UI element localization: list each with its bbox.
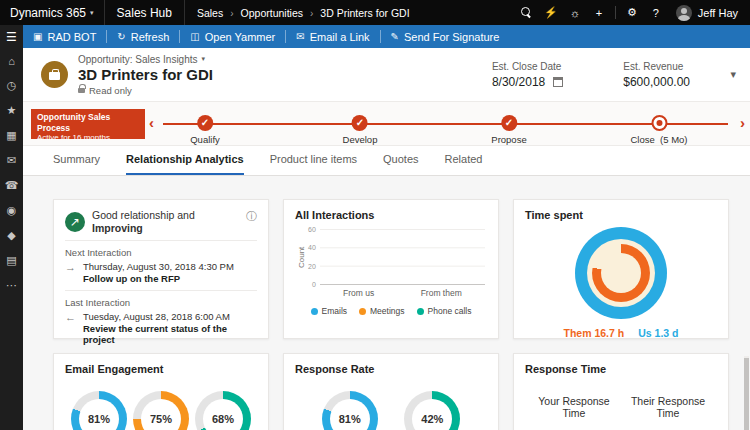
ellipsis-icon: ⋯ [6, 279, 17, 292]
hub-title[interactable]: Sales Hub [104, 0, 185, 25]
assistant-button[interactable]: ⚡ [539, 0, 563, 25]
opportunity-entity-icon [41, 61, 68, 88]
donut-hole [601, 253, 641, 293]
hamburger-icon: ☰ [6, 30, 17, 44]
user-avatar [676, 5, 692, 21]
tab-product-line-items[interactable]: Product line items [270, 153, 357, 175]
process-scroll-left-chevron[interactable]: ‹ [149, 113, 154, 133]
command-open-yammer[interactable]: ◫ Open Yammer [180, 25, 285, 48]
response-rate-donuts: 81%42% [295, 391, 487, 430]
analytics-cards-grid: ↗ Good relationship and Improving ⓘ Next… [53, 199, 729, 430]
user-menu[interactable]: Jeff Hay [668, 5, 746, 21]
donut-68-percent: 68% [195, 391, 251, 430]
command-label: Email a Link [310, 31, 370, 43]
readonly-label: Read only [89, 85, 132, 96]
hamburger-menu-button[interactable]: ☰ [0, 25, 23, 48]
left-navigation-rail: ☰ ⌂ ◷ ★ ▦ ✉ ☎ ◉ ◆ ▤ ⋯ [0, 25, 23, 430]
tab-related[interactable]: Related [445, 153, 483, 175]
next-interaction-details: Thursday, August 30, 2018 4:30 PM Follow… [83, 261, 234, 284]
trend-up-icon: ↗ [65, 212, 85, 232]
clock-icon: ◷ [7, 79, 17, 92]
sidebar-item-quotes[interactable]: ▤ [0, 248, 23, 273]
process-scroll-right-chevron[interactable]: › [740, 113, 745, 133]
info-icon[interactable]: ⓘ [246, 209, 257, 224]
breadcrumb-record[interactable]: 3D Printers for GDI [310, 7, 410, 19]
next-interaction-item[interactable]: → Thursday, August 30, 2018 4:30 PM Foll… [65, 261, 257, 284]
breadcrumb-area[interactable]: Sales [197, 7, 223, 19]
command-refresh[interactable]: ↻ Refresh [107, 25, 179, 48]
est-revenue-value[interactable]: $600,000.00 [623, 75, 690, 89]
arrow-left-icon: ← [65, 311, 76, 324]
ideas-button[interactable]: ☼ [563, 0, 587, 25]
donut-value-label: 68% [212, 413, 234, 425]
stage-label: Develop [343, 134, 378, 145]
stage-qualify[interactable]: ✓ Qualify [190, 115, 220, 145]
user-name: Jeff Hay [698, 7, 738, 19]
sidebar-item-recent[interactable]: ◷ [0, 73, 23, 98]
stat-label: Your Response Time [527, 395, 621, 419]
next-interaction-subject: Follow up on the RFP [83, 273, 234, 284]
expand-header-chevron[interactable]: ▾ [730, 68, 736, 81]
stage-complete-check-icon: ✓ [501, 115, 517, 131]
card-title: Response Rate [295, 363, 487, 375]
time-spent-card: Time spent Them 16.7 h Us 1.3 d [513, 199, 729, 339]
search-button[interactable] [515, 0, 539, 25]
sidebar-item-home[interactable]: ⌂ [0, 48, 23, 73]
entity-label: Opportunity: Sales Insights [78, 54, 198, 65]
app-switcher[interactable]: Dynamics 365 ▾ [0, 6, 104, 20]
breadcrumb: Sales Opportunities 3D Printers for GDI [185, 7, 422, 19]
process-badge[interactable]: Opportunity Sales Process Active for 16 … [31, 109, 145, 139]
scrollbar-thumb[interactable] [744, 358, 749, 430]
diamond-icon: ◆ [7, 229, 15, 242]
donut-value-label: 75% [150, 413, 172, 425]
donut-hole: 81% [79, 399, 119, 430]
sidebar-item-opportunities[interactable]: ◆ [0, 223, 23, 248]
legend-label: Phone calls [428, 306, 472, 316]
x-axis-labels: From usFrom them [320, 288, 485, 298]
form-selector[interactable]: Opportunity: Sales Insights ▾ [78, 54, 213, 65]
command-rad-bot[interactable]: ▣ RAD BOT [23, 25, 106, 48]
phone-calls-legend-dot [417, 308, 424, 315]
est-close-date-value[interactable]: 8/30/2018 [492, 75, 563, 89]
form-tabs: Summary Relationship Analytics Product l… [23, 146, 750, 176]
gear-icon: ⚙ [627, 6, 637, 19]
lightbulb-icon: ☼ [570, 7, 580, 19]
help-button[interactable]: ? [644, 0, 668, 25]
all-interactions-card: All Interactions Count 6040200 From usFr… [283, 199, 499, 339]
response-rate-card: Response Rate 81%42% [283, 353, 499, 430]
tab-relationship-analytics[interactable]: Relationship Analytics [126, 153, 244, 175]
last-interaction-details: Tuesday, August 28, 2018 6:00 AM Review … [83, 311, 257, 345]
chevron-down-icon: ▾ [90, 9, 94, 17]
search-icon [521, 7, 532, 18]
command-send-for-signature[interactable]: ✎ Send For Signature [381, 25, 510, 48]
email-engagement-donuts: 81%75%68% [65, 391, 257, 430]
sidebar-item-dashboards[interactable]: ▦ [0, 123, 23, 148]
sidebar-item-accounts[interactable]: ☎ [0, 173, 23, 198]
command-bar: ▣ RAD BOT ↻ Refresh ◫ Open Yammer ✉ Emai… [23, 25, 750, 48]
stage-close[interactable]: Close (5 Mo) [630, 115, 687, 145]
meetings-legend-dot [359, 308, 366, 315]
tab-summary[interactable]: Summary [53, 153, 100, 175]
help-icon: ? [653, 7, 659, 19]
stage-develop[interactable]: ✓ Develop [343, 115, 378, 145]
header-fields: Est. Close Date 8/30/2018 Est. Revenue $… [492, 61, 736, 89]
vertical-scrollbar[interactable] [744, 356, 749, 428]
settings-button[interactable]: ⚙ [620, 0, 644, 25]
command-email-a-link[interactable]: ✉ Email a Link [286, 25, 379, 48]
field-value-text: $600,000.00 [623, 75, 690, 89]
quick-create-button[interactable]: + [587, 0, 611, 25]
stage-label: Qualify [190, 134, 220, 145]
stage-label: Propose [491, 134, 526, 145]
sidebar-item-activities[interactable]: ✉ [0, 148, 23, 173]
sidebar-item-pinned[interactable]: ★ [0, 98, 23, 123]
relationship-analytics-content: ↗ Good relationship and Improving ⓘ Next… [23, 177, 750, 430]
business-process-flow: Opportunity Sales Process Active for 16 … [23, 102, 750, 146]
time-spent-them-ring [592, 244, 650, 302]
stage-propose[interactable]: ✓ Propose [491, 115, 526, 145]
tab-quotes[interactable]: Quotes [383, 153, 418, 175]
sidebar-item-contacts[interactable]: ◉ [0, 198, 23, 223]
breadcrumb-entity[interactable]: Opportunities [230, 7, 303, 19]
record-header: Opportunity: Sales Insights ▾ 3D Printer… [23, 48, 750, 102]
sidebar-item-more[interactable]: ⋯ [0, 273, 23, 298]
last-interaction-item[interactable]: ← Tuesday, August 28, 2018 6:00 AM Revie… [65, 311, 257, 345]
